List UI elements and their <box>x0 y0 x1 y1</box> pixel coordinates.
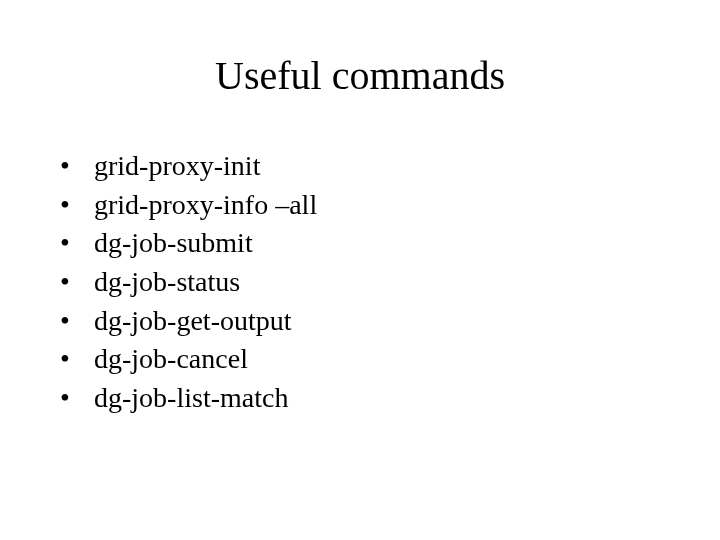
slide: Useful commands • grid-proxy-init • grid… <box>0 0 720 540</box>
list-item: • dg-job-status <box>60 263 720 302</box>
list-item-label: dg-job-cancel <box>94 340 248 379</box>
list-item: • dg-job-submit <box>60 224 720 263</box>
bullet-icon: • <box>60 224 94 263</box>
bullet-icon: • <box>60 147 94 186</box>
list-item-label: dg-job-submit <box>94 224 253 263</box>
list-item-label: dg-job-get-output <box>94 302 292 341</box>
list-item-label: dg-job-list-match <box>94 379 288 418</box>
list-item: • dg-job-list-match <box>60 379 720 418</box>
list-item: • grid-proxy-info –all <box>60 186 720 225</box>
bullet-icon: • <box>60 186 94 225</box>
bullet-icon: • <box>60 263 94 302</box>
list-item-label: grid-proxy-init <box>94 147 260 186</box>
bullet-icon: • <box>60 340 94 379</box>
bullet-icon: • <box>60 302 94 341</box>
command-list: • grid-proxy-init • grid-proxy-info –all… <box>60 147 720 417</box>
bullet-icon: • <box>60 379 94 418</box>
page-title: Useful commands <box>0 0 720 99</box>
list-item: • grid-proxy-init <box>60 147 720 186</box>
list-item: • dg-job-get-output <box>60 302 720 341</box>
list-item-label: dg-job-status <box>94 263 240 302</box>
list-item: • dg-job-cancel <box>60 340 720 379</box>
list-item-label: grid-proxy-info –all <box>94 186 317 225</box>
